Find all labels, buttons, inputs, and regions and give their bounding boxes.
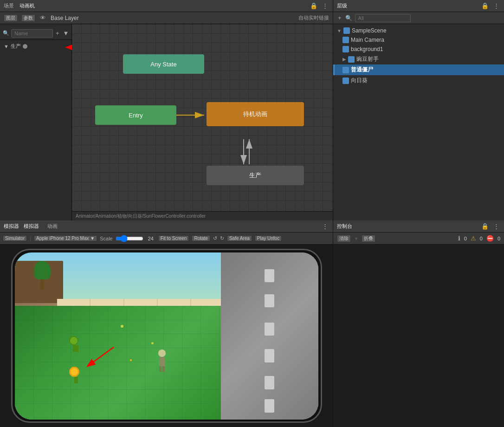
bottom-section: 模拟器 模拟器 动画 ⋮ Simulator | Apple iPhone 12… — [0, 220, 504, 427]
produce-node[interactable]: 生产 — [207, 166, 304, 185]
console-content — [333, 245, 504, 427]
produce-layer-item[interactable]: ▼ 生产 — [0, 40, 71, 52]
hierarchy-header: 层级 🔒 ⋮ — [333, 0, 504, 12]
main-container: 场景 动画机 🔒 ⋮ 图层 参数 👁 Base Layer 自动实时链接 — [0, 0, 504, 427]
hier-search-input[interactable] — [355, 14, 411, 22]
game-scene — [15, 252, 318, 420]
simulator-dropdown[interactable]: Simulator — [3, 235, 27, 241]
console-more-btn[interactable]: ⋮ — [492, 223, 500, 230]
animator-tab[interactable]: 动画机 — [19, 2, 35, 9]
scene-icon — [343, 27, 350, 34]
sim-more-btn[interactable]: ⋮ — [321, 223, 329, 230]
zombie-icon — [342, 67, 349, 73]
pea-stem — [73, 345, 78, 352]
console-header-icons: 🔒 ⋮ — [480, 223, 500, 230]
lawn — [15, 306, 233, 420]
road-mark-6 — [265, 399, 274, 413]
params-button[interactable]: 参数 — [21, 14, 35, 22]
sun-stem — [74, 377, 78, 383]
hier-item-samplescene[interactable]: ▼ SampleScene — [333, 26, 504, 35]
produce-dot — [23, 44, 27, 49]
simulator-panel: 模拟器 模拟器 动画 ⋮ Simulator | Apple iPhone 12… — [0, 220, 333, 427]
hier-item-wandou[interactable]: ▶ 豌豆射手 — [333, 54, 504, 65]
anim-canvas[interactable]: Any State Entry 待机动画 生产 — [72, 24, 333, 220]
sunflower-icon — [342, 78, 349, 84]
any-state-node[interactable]: Any State — [123, 54, 204, 74]
tree-trunk — [40, 279, 44, 290]
sim-tab-label[interactable]: 模拟器 — [24, 223, 39, 230]
hier-item-background1[interactable]: background1 — [333, 45, 504, 54]
zombie-head — [158, 349, 166, 357]
more-button[interactable]: ⋮ — [321, 2, 329, 9]
anim-sidebar: 🔍 + ▼ ▼ 生产 — [0, 24, 72, 220]
idle-node[interactable]: 待机动画 — [207, 102, 304, 126]
warn-icon: ⚠ — [471, 235, 476, 242]
hierarchy-header-icons: 🔒 ⋮ — [480, 2, 500, 9]
entry-node[interactable]: Entry — [95, 105, 176, 125]
layers-button[interactable]: 图层 — [4, 14, 18, 22]
anim-menu-button[interactable]: ▼ — [62, 30, 70, 37]
road — [221, 252, 318, 420]
game-red-arrow-svg — [81, 345, 118, 373]
tree — [33, 261, 52, 289]
play-unfoc-btn[interactable]: Play Unfoc — [255, 235, 282, 241]
zombie-legs — [157, 366, 167, 372]
console-lock-btn[interactable]: 🔒 — [480, 223, 490, 230]
hierarchy-tab[interactable]: 层级 — [337, 2, 347, 9]
sun-head — [69, 367, 79, 377]
fit-to-screen-btn[interactable]: Fit to Screen — [158, 235, 189, 241]
device-chevron: ▼ — [90, 236, 95, 241]
console-counts: ℹ 0 ⚠ 0 ⛔ 0 — [458, 235, 500, 242]
svg-line-7 — [88, 347, 114, 366]
anim-search-input[interactable] — [11, 29, 53, 38]
light-dot-1 — [121, 325, 123, 328]
collapse-btn[interactable]: 折叠 — [362, 235, 375, 242]
rotate-btn[interactable]: Rotate — [192, 235, 210, 241]
base-layer-label: Base Layer — [51, 15, 79, 21]
sim-header-icons: ⋮ — [321, 223, 329, 230]
eye-button[interactable]: 👁 — [39, 14, 47, 21]
clear-btn[interactable]: 清除 — [337, 235, 351, 242]
hier-item-maincamera[interactable]: Main Camera — [333, 35, 504, 45]
produce-node-label: 生产 — [249, 171, 261, 180]
hierarchy-toolbar: + 🔍 — [333, 12, 504, 24]
road-mark-3 — [265, 323, 274, 336]
hier-lock-btn[interactable]: 🔒 — [480, 2, 490, 9]
hier-add-btn[interactable]: + — [337, 14, 342, 21]
scene-tab[interactable]: 场景 — [4, 2, 14, 9]
hier-item-sunflower[interactable]: 向日葵 — [333, 75, 504, 86]
wandou-icon — [348, 56, 355, 63]
scale-slider[interactable] — [116, 235, 143, 242]
idle-label: 待机动画 — [243, 110, 267, 118]
scale-value: 24 — [146, 236, 155, 241]
sunflower-label: 向日葵 — [351, 77, 368, 84]
simulator-tab[interactable]: 模拟器 — [4, 223, 19, 230]
console-tab[interactable]: 控制台 — [337, 223, 352, 230]
error-icon: ⛔ — [486, 235, 494, 242]
anim-tab2[interactable]: 动画 — [47, 223, 58, 230]
any-state-label: Any State — [150, 61, 176, 68]
bg-label: background1 — [351, 46, 383, 52]
scene-label: SampleScene — [352, 27, 387, 34]
anim-add-button[interactable]: + — [55, 30, 60, 37]
light-dot-2 — [151, 342, 154, 344]
peashooter — [69, 336, 82, 349]
search-icon: 🔍 — [345, 15, 352, 21]
hier-item-zombie[interactable]: 普通僵尸 — [333, 65, 504, 75]
scale-label: Scale — [100, 236, 113, 241]
entry-label: Entry — [129, 112, 142, 119]
safe-area-btn[interactable]: Safe Area — [227, 235, 252, 241]
camera-icon — [342, 37, 349, 43]
hier-more-btn[interactable]: ⋮ — [492, 2, 500, 9]
lock-button[interactable]: 🔒 — [309, 2, 318, 9]
device-label: Apple iPhone 12 Pro Max — [36, 236, 89, 241]
animator-panel: 场景 动画机 🔒 ⋮ 图层 参数 👁 Base Layer 自动实时链接 — [0, 0, 333, 220]
tree-top — [34, 261, 51, 279]
hierarchy-content: ▼ SampleScene Main Camera background1 ▶ — [333, 24, 504, 220]
console-toolbar: 清除 ▼ 折叠 ℹ 0 ⚠ 0 ⛔ 0 — [333, 233, 504, 245]
phone-screen — [15, 252, 318, 420]
animator-header: 场景 动画机 🔒 ⋮ — [0, 0, 333, 12]
console-panel: 控制台 🔒 ⋮ 清除 ▼ 折叠 ℹ 0 ⚠ 0 ⛔ 0 — [333, 220, 504, 427]
device-dropdown[interactable]: Apple iPhone 12 Pro Max ▼ — [34, 235, 97, 241]
file-path-text: Animator/Animation/植物/向日葵/SunFlowerContr… — [76, 213, 206, 220]
